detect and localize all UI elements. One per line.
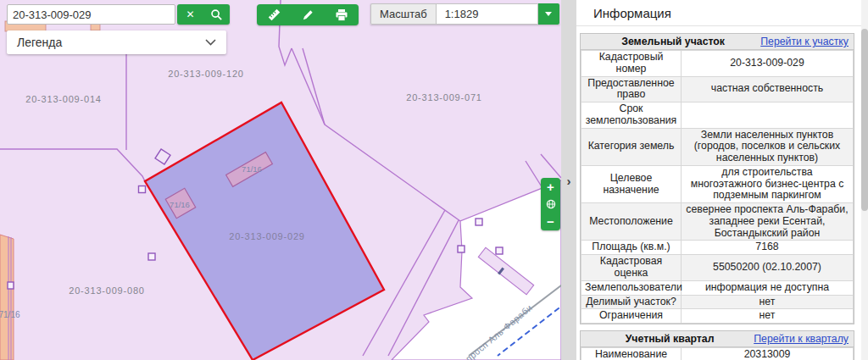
- printer-icon: [335, 8, 348, 22]
- table-row: Предоставленное право частная собственно…: [581, 76, 854, 102]
- panel-divider: ›: [561, 0, 576, 360]
- row-value: 7168: [682, 241, 854, 255]
- building-label: 71/16: [0, 310, 20, 319]
- search-button[interactable]: [203, 4, 230, 25]
- table-row: Кадастровый номер 20-313-009-029: [581, 51, 854, 77]
- table-row: Делимый участок? нет: [581, 295, 854, 309]
- print-button[interactable]: [325, 4, 359, 25]
- chevron-down-icon: [205, 39, 216, 46]
- table-row: Срок землепользования: [581, 102, 854, 129]
- search-icon: [210, 8, 223, 21]
- ruler-icon: [267, 8, 281, 22]
- row-value: севернее проспекта Аль-Фараби, западнее …: [682, 203, 854, 241]
- building-label: 71/16: [242, 164, 262, 174]
- clear-icon: ✕: [186, 8, 194, 20]
- legend-label: Легенда: [17, 36, 62, 49]
- row-label: Ограничения: [581, 309, 682, 324]
- legend-dropdown[interactable]: Легенда: [7, 30, 226, 54]
- row-value: 55050200 (02.10.2007): [682, 255, 854, 281]
- row-value: 20313009: [682, 348, 854, 360]
- parcel-label: 20-313-009-080: [69, 285, 144, 296]
- panel-scrollbar-thumb[interactable]: [861, 29, 868, 211]
- panel-collapse-button[interactable]: ›: [561, 172, 576, 189]
- row-label: Кадастровая оценка: [581, 255, 682, 281]
- orange-parcel-strip: [0, 235, 14, 360]
- table-row: Наименование 20313009: [581, 348, 854, 360]
- section-title: Земельный участок: [586, 36, 760, 47]
- row-value: 20-313-009-029: [682, 51, 854, 77]
- table-row: Категория земель Земли населенных пункто…: [581, 128, 854, 165]
- parcel-label: 20-313-009-120: [168, 69, 243, 79]
- row-label: Делимый участок?: [581, 295, 682, 309]
- section-header: Земельный участок Перейти к участку: [581, 34, 854, 50]
- draw-button[interactable]: [291, 4, 325, 25]
- selected-parcel-label: 20-313-009-029: [229, 231, 304, 241]
- section-title: Учетный квартал: [586, 333, 754, 345]
- clear-search-button[interactable]: ✕: [177, 4, 203, 25]
- row-value: [682, 102, 854, 129]
- row-value: нет: [682, 295, 854, 309]
- row-label: Срок землепользования: [581, 102, 682, 129]
- scale-control: Масштаб 1:1829: [370, 3, 559, 25]
- scale-label: Масштаб: [370, 3, 436, 25]
- row-label: Площадь (кв.м.): [581, 241, 682, 255]
- measure-button[interactable]: [257, 4, 291, 25]
- row-label: Местоположение: [581, 203, 682, 241]
- scale-dropdown-button[interactable]: [538, 3, 559, 25]
- scale-value[interactable]: 1:1829: [436, 3, 538, 25]
- section-registration-quarter: Учетный квартал Перейти к кварталу Наиме…: [580, 330, 854, 360]
- land-parcel-table: Кадастровый номер 20-313-009-029 Предост…: [581, 50, 854, 324]
- go-to-quarter-link[interactable]: Перейти к кварталу: [754, 333, 849, 345]
- row-label: Наименование: [581, 348, 682, 360]
- map-tools-toolbar: [257, 4, 359, 25]
- table-row: Местоположение севернее проспекта Аль-Фа…: [581, 203, 854, 241]
- pencil-icon: [302, 8, 314, 21]
- row-value: нет: [682, 309, 854, 324]
- row-label: Предоставленное право: [581, 76, 682, 102]
- table-row: Площадь (кв.м.) 7168: [581, 241, 854, 255]
- section-header: Учетный квартал Перейти к кварталу: [581, 331, 854, 347]
- go-to-parcel-link[interactable]: Перейти к участку: [760, 36, 849, 47]
- info-panel-title: Информация: [576, 0, 868, 26]
- panel-scrollbar[interactable]: [861, 0, 868, 360]
- table-row: Землепользователи информация не доступна: [581, 280, 854, 295]
- chevron-down-icon: [545, 12, 552, 16]
- table-row: Ограничения нет: [581, 309, 854, 324]
- info-panel: Информация Земельный участок Перейти к у…: [576, 0, 868, 360]
- row-label: Землепользователи: [581, 280, 682, 295]
- parcel-label: 20-313-009-014: [25, 94, 101, 104]
- base-layer-button[interactable]: [541, 196, 560, 213]
- zoom-in-button[interactable]: +: [541, 178, 560, 196]
- zoom-out-button[interactable]: −: [541, 213, 560, 230]
- row-value: Земли населенных пунктов (городов, посел…: [682, 128, 854, 165]
- globe-icon: [545, 198, 557, 210]
- search-input[interactable]: [7, 4, 175, 25]
- row-label: Целевое назначение: [581, 165, 682, 202]
- info-sections: Земельный участок Перейти к участку Када…: [580, 33, 854, 360]
- section-land-parcel: Земельный участок Перейти к участку Када…: [580, 33, 854, 324]
- search-button-group: ✕: [177, 4, 230, 25]
- map-zoom-controls: + −: [541, 178, 560, 230]
- row-value: для строительства многоэтажного бизнес-ц…: [682, 165, 854, 202]
- table-row: Целевое назначение для строительства мно…: [581, 165, 854, 202]
- quarter-table: Наименование 20313009 Код 20313009: [581, 347, 854, 360]
- table-row: Кадастровая оценка 55050200 (02.10.2007): [581, 255, 854, 281]
- row-label: Кадастровый номер: [581, 51, 682, 77]
- cadastral-map-app: 20-313-009-014 20-313-009-120 20-313-009…: [0, 0, 868, 360]
- building-label: 71/16: [170, 200, 190, 209]
- row-value: информация не доступна: [682, 280, 854, 295]
- parcel-label: 20-313-009-071: [406, 92, 481, 102]
- row-label: Категория земель: [581, 128, 682, 165]
- row-value: частная собственность: [682, 76, 854, 102]
